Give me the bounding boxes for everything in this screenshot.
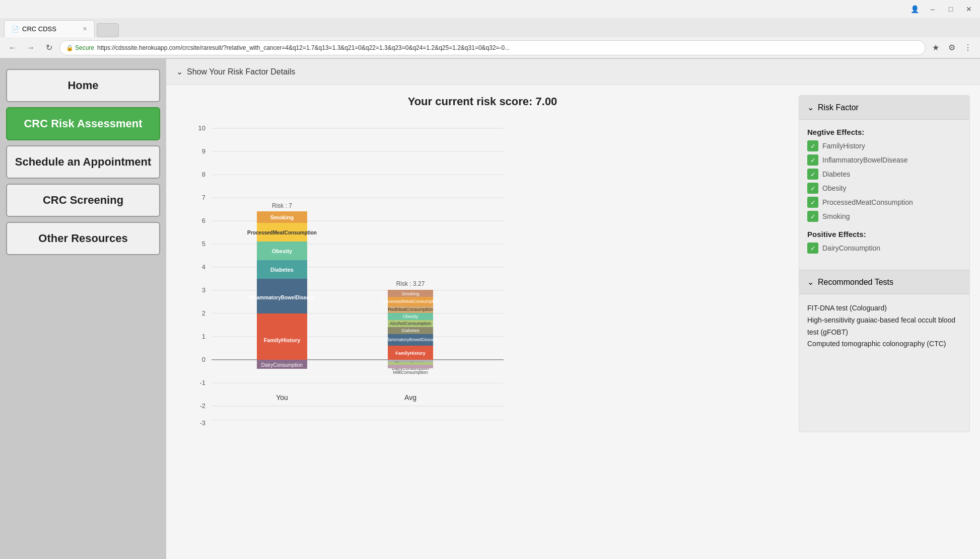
nav-extras: ★ ⚙ ⋮ (929, 41, 975, 55)
effect-label: Obesity (822, 184, 846, 192)
sidebar-item-other-resources[interactable]: Other Resources (6, 222, 160, 255)
content-area: ⌄ Show Your Risk Factor Details Your cur… (166, 59, 980, 559)
recommended-test-1: FIT-DNA test (Cologuard) (807, 302, 961, 314)
show-risk-factor-header[interactable]: ⌄ Show Your Risk Factor Details (166, 59, 980, 85)
back-btn[interactable]: ← (5, 40, 20, 55)
menu-btn[interactable]: ⋮ (961, 41, 975, 55)
url-bar[interactable]: 🔒 Secure https://cdsssite.herokuapp.com/… (59, 40, 926, 55)
check-icon: ✓ (807, 211, 818, 222)
show-risk-factor-label: Show Your Risk Factor Details (187, 67, 295, 76)
svg-text:Smoking: Smoking (401, 291, 419, 296)
recommended-test-3: Computed tomographic colonography (CTC) (807, 338, 961, 350)
effect-label: DairyConsumption (822, 244, 880, 252)
positive-effects-section: Positive Effects: ✓ DairyConsumption (807, 230, 961, 254)
svg-text:Obesity: Obesity (403, 314, 418, 319)
svg-text:3: 3 (202, 286, 205, 294)
negative-effects-title: Negtive Effects: (807, 128, 961, 136)
sidebar-item-crc-risk[interactable]: CRC Risk Assessment (6, 107, 160, 140)
svg-text:10: 10 (198, 124, 205, 132)
chevron-down-icon: ⌄ (176, 67, 183, 76)
svg-text:FamilyHistory: FamilyHistory (264, 337, 301, 343)
effect-item-obesity: ✓ Obesity (807, 183, 961, 194)
effect-label: FamilyHistory (822, 142, 865, 150)
svg-text:DairyConsumption: DairyConsumption (261, 362, 303, 368)
chart-svg-wrapper: 10 9 8 7 6 5 4 3 2 1 0 -1 -2 -3 (176, 118, 789, 432)
svg-text:Risk : 7: Risk : 7 (272, 202, 292, 209)
risk-panel-title: Risk Factor (818, 103, 859, 112)
chevron-down-icon-risk: ⌄ (807, 103, 814, 112)
svg-text:0: 0 (202, 356, 205, 363)
chevron-down-icon-rec: ⌄ (807, 277, 814, 287)
title-bar-controls: 👤 – □ ✕ (907, 2, 976, 16)
bar-chart: 10 9 8 7 6 5 4 3 2 1 0 -1 -2 -3 (176, 118, 519, 430)
recommended-header[interactable]: ⌄ Recommonded Tests (799, 270, 969, 294)
svg-text:1: 1 (202, 333, 205, 340)
svg-text:8: 8 (202, 171, 205, 178)
nav-bar: ← → ↻ 🔒 Secure https://cdsssite.herokuap… (0, 37, 980, 58)
active-tab[interactable]: 📄 CRC CDSS ✕ (4, 20, 95, 37)
minimize-btn[interactable]: – (926, 2, 940, 16)
check-icon: ✓ (807, 197, 818, 208)
title-bar: 👤 – □ ✕ (0, 0, 980, 18)
svg-text:Obesity: Obesity (272, 248, 293, 254)
recommended-body: FIT-DNA test (Cologuard) High-sensitivit… (799, 294, 969, 358)
risk-panel-header[interactable]: ⌄ Risk Factor (799, 96, 969, 120)
tab-title: CRC CDSS (22, 25, 56, 33)
tab-close-btn[interactable]: ✕ (83, 26, 87, 32)
effect-item-ibd: ✓ InflammatoryBowelDisease (807, 154, 961, 166)
risk-panel-body: Negtive Effects: ✓ FamilyHistory ✓ Infla… (799, 120, 969, 270)
tabs-bar: 📄 CRC CDSS ✕ (0, 18, 980, 37)
svg-text:9: 9 (202, 147, 205, 155)
risk-factor-panel: ⌄ Risk Factor Negtive Effects: ✓ FamilyH… (799, 95, 970, 432)
svg-text:AlcoholConsumption: AlcoholConsumption (390, 321, 432, 326)
svg-text:ProcessedMeatConsumption: ProcessedMeatConsumption (247, 230, 317, 235)
svg-text:-2: -2 (199, 402, 205, 410)
forward-btn[interactable]: → (23, 40, 38, 55)
chart-section: Your current risk score: 7.00 (166, 85, 980, 442)
close-btn[interactable]: ✕ (962, 2, 976, 16)
check-icon: ✓ (807, 169, 818, 180)
svg-text:ProcessedMeatConsumption: ProcessedMeatConsumption (381, 299, 440, 304)
user-icon-btn[interactable]: 👤 (907, 2, 922, 16)
svg-rect-46 (388, 362, 433, 365)
sidebar-item-schedule[interactable]: Schedule an Appointment (6, 145, 160, 179)
svg-text:You: You (276, 393, 288, 402)
negative-effects-section: Negtive Effects: ✓ FamilyHistory ✓ Infla… (807, 128, 961, 222)
chart-container: Your current risk score: 7.00 (176, 95, 789, 432)
svg-text:Diabetes: Diabetes (401, 328, 419, 333)
main-layout: Home CRC Risk Assessment Schedule an App… (0, 59, 980, 559)
effect-item-diabetes: ✓ Diabetes (807, 169, 961, 180)
new-tab-btn[interactable] (97, 23, 119, 37)
effect-label: InflammatoryBowelDisease (822, 156, 908, 164)
check-icon: ✓ (807, 183, 818, 194)
svg-text:-1: -1 (199, 379, 205, 386)
svg-text:RedMeatConsumption: RedMeatConsumption (388, 307, 433, 312)
browser-chrome: 👤 – □ ✕ 📄 CRC CDSS ✕ ← → ↻ 🔒 Secure http… (0, 0, 980, 59)
chart-title: Your current risk score: 7.00 (176, 95, 789, 108)
svg-text:MilkConsumption: MilkConsumption (393, 370, 428, 375)
reload-btn[interactable]: ↻ (41, 40, 56, 55)
svg-rect-48 (388, 365, 433, 368)
tab-icon: 📄 (12, 26, 19, 33)
svg-text:-3: -3 (199, 419, 205, 427)
maximize-btn[interactable]: □ (944, 2, 958, 16)
effect-item-dairy: ✓ DairyConsumption (807, 243, 961, 254)
effect-item-smoking: ✓ Smoking (807, 211, 961, 222)
sidebar-item-crc-screening[interactable]: CRC Screening (6, 184, 160, 217)
sidebar-item-home[interactable]: Home (6, 69, 160, 102)
extensions-btn[interactable]: ⚙ (945, 41, 959, 55)
check-icon: ✓ (807, 154, 818, 166)
svg-text:6: 6 (202, 217, 205, 224)
effect-label: Smoking (822, 212, 850, 220)
svg-text:InflammatoryBowelDisease: InflammatoryBowelDisease (383, 337, 438, 342)
svg-text:2: 2 (202, 309, 205, 317)
effect-item-processed-meat: ✓ ProcessedMeatConsumption (807, 197, 961, 208)
svg-text:5: 5 (202, 240, 205, 248)
recommended-title: Recommonded Tests (818, 278, 893, 287)
svg-text:7: 7 (202, 194, 205, 201)
svg-text:4: 4 (202, 263, 205, 271)
svg-text:Avg: Avg (404, 393, 416, 402)
svg-text:FamilyHistory: FamilyHistory (395, 351, 426, 356)
secure-indicator: 🔒 Secure (66, 44, 94, 51)
bookmark-icon[interactable]: ★ (929, 41, 943, 55)
